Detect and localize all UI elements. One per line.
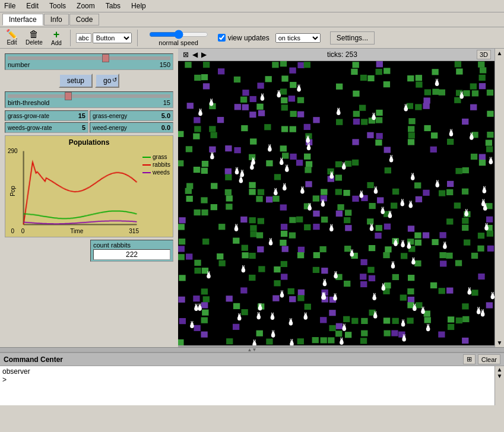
menu-file[interactable]: File — [2, 1, 17, 11]
world-panel: ⊠ ◀ ▶ ticks: 253 3D — [178, 49, 495, 347]
world-canvas — [178, 61, 495, 345]
legend-rabbits: rabbits — [142, 161, 170, 168]
main-content: number 150 setup go ↺ birth-threshold 15 — [0, 49, 504, 347]
setup-go-row: setup go ↺ — [5, 72, 173, 89]
populations-plot: Populations 290 Pop 0 0 Time 315 — [5, 135, 173, 237]
birth-threshold-thumb[interactable] — [65, 92, 72, 100]
number-slider-thumb[interactable] — [102, 54, 109, 62]
tab-info[interactable]: Info — [44, 14, 69, 26]
legend-rabbits-color — [142, 164, 151, 166]
resize-icon: ▲▼ — [248, 347, 257, 352]
right-scrollbar[interactable]: ▲ ▼ — [495, 49, 504, 347]
view-updates-checkbox[interactable] — [218, 34, 226, 42]
number-slider-value: 150 — [160, 61, 170, 68]
nav-right[interactable]: ▶ — [200, 50, 208, 59]
number-slider-labels: number 150 — [8, 61, 170, 68]
plot-area: 290 Pop 0 0 Time 315 grass — [8, 148, 170, 234]
resize-handle[interactable]: ▲▼ — [0, 347, 504, 352]
menu-tools[interactable]: Tools — [47, 1, 68, 11]
plot-title: Populations — [8, 138, 170, 147]
scroll-down-icon[interactable]: ▼ — [497, 339, 503, 346]
cc-input-field[interactable] — [35, 371, 492, 380]
world-3d-button[interactable]: 3D — [477, 50, 491, 59]
menu-edit[interactable]: Edit — [24, 1, 40, 11]
birth-threshold-track — [8, 94, 170, 98]
number-slider-widget: number 150 — [5, 53, 173, 70]
plot-y-min: 0 — [11, 228, 15, 234]
go-label: go — [103, 77, 111, 85]
plot-y-label: Pop — [9, 154, 16, 228]
tab-interface[interactable]: Interface — [2, 14, 43, 26]
count-rabbits-value: 222 — [93, 249, 170, 260]
cc-scroll-down[interactable]: ▼ — [495, 373, 504, 379]
edit-button[interactable]: ✏️ Edit — [4, 29, 20, 46]
on-ticks-dropdown[interactable]: on ticks continuous never — [275, 33, 321, 43]
cc-scrollbar[interactable]: ▲ ▼ — [495, 366, 504, 405]
legend-weeds: weeds — [142, 169, 170, 176]
weeds-grow-rate-value: 5 — [82, 124, 85, 131]
delete-label: Delete — [26, 39, 43, 46]
delete-icon: 🗑 — [29, 30, 39, 39]
go-button[interactable]: go ↺ — [95, 74, 119, 88]
grass-grow-rate-row: grass-grow-rate 15 — [8, 112, 85, 119]
settings-button[interactable]: Settings... — [330, 31, 375, 45]
plot-y-max: 290 — [8, 148, 18, 154]
grass-energy-value: 5.0 — [161, 112, 170, 119]
cc-scroll-up[interactable]: ▲ — [495, 366, 504, 373]
legend-rabbits-label: rabbits — [153, 161, 170, 168]
world-simulation-canvas — [178, 61, 495, 345]
count-rabbits-widget: count rabbits 222 — [90, 240, 173, 262]
nav-zoom-out[interactable]: ⊠ — [182, 50, 190, 59]
weeds-grow-rate-row: weeds-grow-rate 5 — [8, 124, 85, 131]
tab-code[interactable]: Code — [69, 14, 100, 26]
command-center: Command Center ⊞ Clear observer > ▲ ▼ — [0, 352, 504, 405]
left-panel: number 150 setup go ↺ birth-threshold 15 — [0, 49, 178, 347]
menu-zoom[interactable]: Zoom — [75, 1, 97, 11]
number-slider-track — [8, 56, 170, 60]
delete-button[interactable]: 🗑 Delete — [24, 29, 45, 46]
add-button[interactable]: + Add — [48, 28, 65, 47]
legend-weeds-label: weeds — [153, 169, 170, 176]
ticks-value: 253 — [345, 50, 357, 59]
speed-control: normal speed — [149, 30, 208, 46]
scroll-up-icon[interactable]: ▲ — [497, 50, 503, 56]
nav-arrows: ⊠ ◀ ▶ — [182, 50, 208, 59]
speed-slider[interactable] — [149, 30, 208, 39]
toolbar-separator — [70, 30, 71, 46]
grass-grow-rate-value: 15 — [78, 112, 85, 119]
number-slider-label: number — [8, 61, 30, 68]
speed-label: normal speed — [159, 39, 198, 46]
legend-grass-color — [142, 157, 151, 158]
edit-icon: ✏️ — [6, 30, 18, 39]
birth-threshold-label: birth-threshold — [8, 99, 49, 106]
cc-minimize-button[interactable]: ⊞ — [463, 354, 476, 364]
grass-grow-rate-label: grass-grow-rate — [8, 113, 49, 119]
count-rabbits-container: count rabbits 222 — [5, 237, 173, 262]
setup-button[interactable]: setup — [59, 74, 93, 88]
weeds-grow-rate-label: weeds-grow-rate — [8, 125, 52, 131]
nav-left[interactable]: ◀ — [191, 50, 199, 59]
widget-type-icon: abc — [76, 33, 91, 43]
menu-help[interactable]: Help — [129, 1, 148, 11]
add-label: Add — [51, 40, 62, 46]
weeds-grow-rate-monitor: weeds-grow-rate 5 — [5, 122, 88, 133]
cc-body: observer > ▲ ▼ — [0, 366, 504, 405]
go-repeat-icon: ↺ — [112, 77, 117, 83]
cc-clear-button[interactable]: Clear — [478, 354, 500, 364]
menu-tabs[interactable]: Tabs — [104, 1, 122, 11]
tab-bar: Interface Info Code — [0, 12, 504, 27]
grass-energy-row: grass-energy 5.0 — [93, 112, 170, 119]
add-icon: + — [53, 29, 60, 40]
widget-type-dropdown[interactable]: Button Slider Switch Chooser Input Monit… — [93, 33, 132, 43]
plot-x-max: 315 — [129, 228, 139, 234]
grass-energy-label: grass-energy — [93, 113, 127, 119]
weed-energy-label: weed-energy — [93, 125, 127, 131]
plot-x-min: 0 — [21, 228, 25, 234]
ticks-label-text: ticks: — [327, 50, 343, 59]
plot-legend: grass rabbits weeds — [142, 148, 170, 234]
plot-canvas-container: 0 Time 315 — [20, 148, 140, 234]
menu-bar: File Edit Tools Zoom Tabs Help — [0, 0, 504, 12]
grass-energy-monitor: grass-energy 5.0 — [90, 110, 173, 121]
birth-threshold-labels: birth-threshold 15 — [8, 99, 170, 106]
legend-weeds-color — [142, 172, 151, 173]
